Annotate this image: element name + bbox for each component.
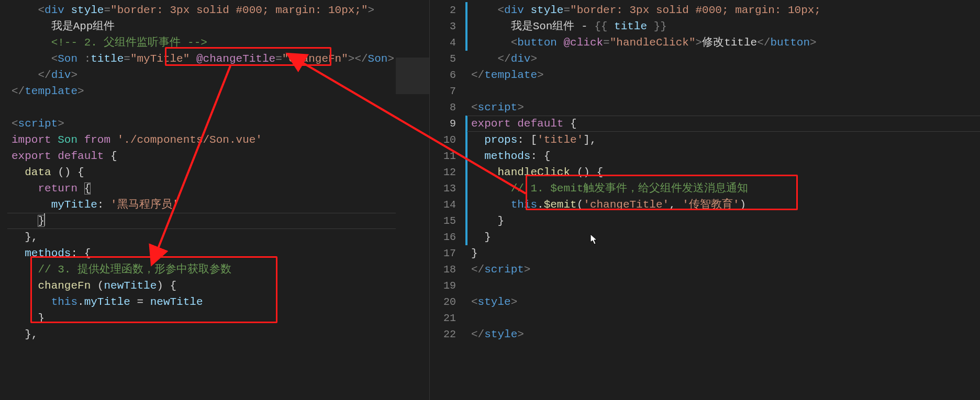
code-line[interactable]: this.$emit('changeTitle', '传智教育'): [471, 197, 980, 213]
line-number: 7: [430, 83, 456, 99]
code-line[interactable]: [471, 310, 980, 326]
code-line[interactable]: </template>: [12, 83, 396, 99]
code-line[interactable]: // 1. $emit触发事件，给父组件发送消息通知: [471, 180, 980, 197]
code-line[interactable]: }: [471, 245, 980, 261]
line-number: 11: [430, 148, 456, 164]
line-number: 4: [430, 35, 456, 51]
line-number: 17: [430, 245, 456, 261]
code-line[interactable]: <style>: [471, 294, 980, 310]
code-line[interactable]: }: [12, 310, 396, 326]
code-line[interactable]: <button @click="handleClick">修改title</bu…: [471, 35, 980, 51]
code-line[interactable]: this.myTitle = newTitle: [12, 294, 396, 310]
code-line[interactable]: <Son :title="myTitle" @changeTitle="chan…: [12, 51, 396, 67]
code-line[interactable]: handleClick () {: [471, 164, 980, 180]
code-line[interactable]: <!-- 2. 父组件监听事件 -->: [12, 35, 396, 51]
line-number: 14: [430, 197, 456, 213]
line-number: 2: [430, 2, 456, 18]
code-line[interactable]: <div style="border: 3px solid #000; marg…: [471, 2, 980, 18]
editor-split-view: <div style="border: 3px solid #000; marg…: [0, 0, 980, 400]
line-number: 16: [430, 229, 456, 245]
code-line[interactable]: <script>: [12, 116, 396, 132]
line-number: 19: [430, 278, 456, 294]
code-line[interactable]: myTitle: '黑马程序员': [12, 197, 396, 213]
code-line[interactable]: changeFn (newTitle) {: [12, 278, 396, 294]
line-number: 22: [430, 326, 456, 342]
line-number: 12: [430, 164, 456, 180]
line-number: 3: [430, 18, 456, 35]
code-line[interactable]: 我是Son组件 - {{ title }}: [471, 18, 980, 35]
code-line[interactable]: export default {: [12, 148, 396, 164]
line-number: 6: [430, 67, 456, 83]
code-line[interactable]: // 3. 提供处理函数，形参中获取参数: [12, 261, 396, 278]
code-line[interactable]: methods: {: [12, 245, 396, 261]
line-number: 8: [430, 99, 456, 116]
editor-pane-right[interactable]: 2345678910111213141516171819202122 <div …: [429, 0, 980, 400]
code-line[interactable]: <div style="border: 3px solid #000; marg…: [12, 2, 396, 18]
code-line[interactable]: </div>: [12, 67, 396, 83]
line-number-gutter: 2345678910111213141516171819202122: [430, 0, 465, 400]
code-line[interactable]: [471, 278, 980, 294]
code-line[interactable]: </template>: [471, 67, 980, 83]
code-line[interactable]: export default {: [471, 116, 980, 132]
code-line[interactable]: import Son from './components/Son.vue': [12, 132, 396, 148]
line-number: 20: [430, 294, 456, 310]
line-number: 10: [430, 132, 456, 148]
minimap-left[interactable]: [396, 0, 429, 400]
code-line[interactable]: data () {: [12, 164, 396, 180]
code-line[interactable]: <script>: [471, 99, 980, 116]
code-line[interactable]: 我是App组件: [12, 18, 396, 35]
line-number: 5: [430, 51, 456, 67]
code-line[interactable]: [471, 83, 980, 99]
code-line[interactable]: </script>: [471, 261, 980, 278]
code-line[interactable]: }: [12, 213, 396, 229]
line-number: 15: [430, 213, 456, 229]
code-line[interactable]: }: [471, 229, 980, 245]
code-line[interactable]: props: ['title'],: [471, 132, 980, 148]
code-line[interactable]: return {: [12, 180, 396, 197]
line-number: 18: [430, 261, 456, 278]
editor-pane-left[interactable]: <div style="border: 3px solid #000; marg…: [0, 0, 429, 400]
code-line[interactable]: </style>: [471, 326, 980, 342]
code-line[interactable]: },: [12, 326, 396, 342]
code-area-right[interactable]: <div style="border: 3px solid #000; marg…: [468, 0, 980, 400]
code-line[interactable]: [12, 99, 396, 116]
code-area-left[interactable]: <div style="border: 3px solid #000; marg…: [0, 0, 396, 400]
code-line[interactable]: }: [471, 213, 980, 229]
code-line[interactable]: },: [12, 229, 396, 245]
code-line[interactable]: </div>: [471, 51, 980, 67]
line-number: 13: [430, 180, 456, 197]
line-number: 21: [430, 310, 456, 326]
line-number: 9: [430, 116, 456, 132]
code-line[interactable]: methods: {: [471, 148, 980, 164]
